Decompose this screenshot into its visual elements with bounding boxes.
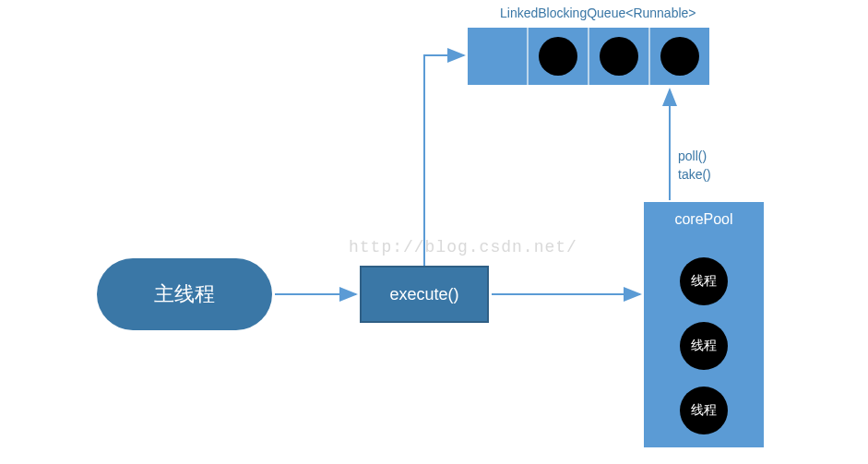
queue-cell xyxy=(529,28,589,85)
linked-blocking-queue xyxy=(468,28,709,85)
thread-label: 线程 xyxy=(691,338,717,354)
thread-label: 线程 xyxy=(691,402,717,419)
runnable-task-icon xyxy=(539,37,577,76)
core-pool-node: corePool 线程 线程 线程 xyxy=(644,202,764,447)
main-thread-node: 主线程 xyxy=(97,258,272,330)
poll-label: poll() xyxy=(678,148,711,166)
arrow-execute-to-queue xyxy=(424,55,464,266)
watermark-text: http://blog.csdn.net/ xyxy=(349,238,577,256)
execute-node: execute() xyxy=(360,266,489,323)
queue-cell-empty xyxy=(468,28,529,85)
runnable-task-icon xyxy=(600,37,638,76)
core-pool-title: corePool xyxy=(644,211,764,228)
queue-cell xyxy=(589,28,650,85)
take-label: take() xyxy=(678,166,711,184)
poll-take-label: poll() take() xyxy=(678,148,711,184)
queue-title: LinkedBlockingQueue<Runnable> xyxy=(500,6,696,20)
thread-icon: 线程 xyxy=(680,322,728,370)
thread-icon: 线程 xyxy=(680,257,728,305)
queue-cell xyxy=(650,28,709,85)
thread-label: 线程 xyxy=(691,273,717,290)
main-thread-label: 主线程 xyxy=(154,280,215,308)
execute-label: execute() xyxy=(389,285,458,304)
thread-icon: 线程 xyxy=(680,387,728,434)
core-pool-threads-container: 线程 线程 线程 xyxy=(644,257,764,434)
runnable-task-icon xyxy=(660,37,699,76)
